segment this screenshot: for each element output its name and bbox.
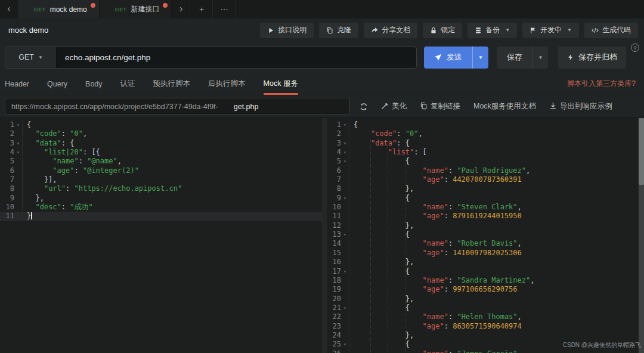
chevron-right-icon[interactable] <box>172 0 190 18</box>
fold-arrow-icon[interactable]: ▾ <box>341 230 349 239</box>
code-line: 5▾ { <box>327 157 644 166</box>
code-text: "age": 997106656290756 <box>349 285 644 294</box>
code-text: "name": "Helen Thomas", <box>349 312 644 321</box>
config-tab[interactable]: Body <box>85 73 103 95</box>
config-tab[interactable]: Mock 服务 <box>264 73 298 95</box>
fold-arrow-icon[interactable]: ▾ <box>341 340 349 349</box>
config-tab[interactable]: 预执行脚本 <box>153 73 191 95</box>
Mock服务使用文档-action[interactable]: Mock服务使用文档 <box>473 101 536 112</box>
code-line: 22 "name": "Helen Thomas", <box>327 312 644 321</box>
mock-actions: 美化复制链接Mock服务使用文档导出到响应示例 <box>381 101 612 112</box>
code-text: { <box>22 120 322 129</box>
config-tab[interactable]: 认证 <box>120 73 135 95</box>
add-tab-button[interactable]: + <box>190 0 213 18</box>
fold-gutter <box>341 276 349 285</box>
editors-region: 1▾{2 "code": "0",3▾ "data": {4▾ "list|20… <box>0 118 644 353</box>
line-number: 8 <box>0 184 14 193</box>
code-text: }, <box>349 258 644 267</box>
导出到响应示例-action[interactable]: 导出到响应示例 <box>549 101 612 112</box>
fold-arrow-icon[interactable]: ▾ <box>341 157 349 166</box>
fold-arrow-icon[interactable]: ▾ <box>14 148 22 157</box>
line-number: 14 <box>327 239 341 248</box>
request-tab[interactable]: GET新建接口 <box>100 0 172 18</box>
database-icon <box>475 27 482 34</box>
克隆-button[interactable]: 克隆 <box>319 23 358 38</box>
mock-response-editor[interactable]: 1▾{2 "code": "0",3▾ "data": {4▾ "list": … <box>327 118 644 353</box>
send-label: 发送 <box>447 52 462 63</box>
code-line: 9 }, <box>0 194 322 203</box>
save-archive-button[interactable]: 保存并归档 <box>558 47 626 69</box>
refresh-icon[interactable] <box>360 103 368 111</box>
fold-gutter <box>14 203 22 212</box>
code-text: }, <box>349 295 644 304</box>
chevron-left-icon[interactable] <box>0 0 18 18</box>
scrollbar-thumb[interactable] <box>639 118 644 185</box>
config-tab[interactable]: Header <box>5 73 29 95</box>
fold-arrow-icon[interactable]: ▾ <box>341 148 349 157</box>
code-line: 13▾ { <box>327 230 644 239</box>
save-button[interactable]: 保存 <box>497 47 532 69</box>
method-select[interactable]: GET ▼ <box>5 47 57 68</box>
url-input[interactable] <box>57 47 416 68</box>
code-text: }], <box>22 175 322 184</box>
code-line: 18 "name": "Sandra Martinez", <box>327 276 644 285</box>
config-tab[interactable]: 后执行脚本 <box>208 73 246 95</box>
接口说明-button[interactable]: 接口说明 <box>260 23 314 38</box>
fold-arrow-icon[interactable]: ▾ <box>341 139 349 148</box>
code-line: 26 "name": "James Garcia", <box>327 349 644 353</box>
line-number: 19 <box>327 285 341 294</box>
scrollbar-track[interactable] <box>639 118 644 353</box>
fold-gutter <box>341 331 349 340</box>
line-number: 10 <box>0 203 14 212</box>
fold-arrow-icon[interactable]: ▾ <box>14 139 22 148</box>
line-number: 11 <box>0 212 14 221</box>
config-tab[interactable]: Query <box>47 73 67 95</box>
help-icon[interactable]: ? <box>631 44 639 52</box>
tab-more-menu[interactable]: ⋯ <box>213 0 236 18</box>
备份-button[interactable]: 备份▼ <box>467 23 517 38</box>
line-number: 8 <box>327 184 341 193</box>
fold-arrow-icon[interactable]: ▾ <box>341 120 349 129</box>
code-text: "age": 8630571590640974 <box>349 322 644 331</box>
code-line: 4▾ "list": [ <box>327 148 644 157</box>
生成代码-button[interactable]: 生成代码 <box>584 23 638 38</box>
line-number: 4 <box>0 148 14 157</box>
fold-arrow-icon[interactable]: ▾ <box>341 194 349 203</box>
美化-action[interactable]: 美化 <box>381 101 407 112</box>
third-party-lib-link[interactable]: 脚本引入第三方类库? <box>567 79 636 89</box>
分享文档-button[interactable]: 分享文档 <box>364 23 417 38</box>
request-tab[interactable]: GETmock demo <box>18 0 100 18</box>
line-number: 6 <box>327 166 341 175</box>
mock-url-input[interactable]: https://mock.apipost.cn/app/mock/project… <box>5 98 350 115</box>
复制链接-action[interactable]: 复制链接 <box>420 101 460 112</box>
fold-gutter <box>341 285 349 294</box>
page-title: mock demo <box>8 26 48 35</box>
button-label: 克隆 <box>337 25 351 35</box>
line-number: 10 <box>327 203 341 212</box>
code-line: 7 }], <box>0 175 322 184</box>
锁定-button[interactable]: 锁定 <box>423 23 462 38</box>
开发中-button[interactable]: 开发中▼ <box>522 23 579 38</box>
fold-arrow-icon[interactable]: ▾ <box>341 267 349 276</box>
send-button[interactable]: 发送 <box>424 47 472 69</box>
fold-gutter <box>14 157 22 166</box>
send-dropdown-caret[interactable]: ▼ <box>472 47 488 69</box>
code-text: { <box>349 304 644 312</box>
mock-script-editor[interactable]: 1▾{2 "code": "0",3▾ "data": {4▾ "list|20… <box>0 118 322 353</box>
line-number: 20 <box>327 295 341 304</box>
title-actions: 接口说明克隆分享文档锁定备份▼开发中▼生成代码 <box>260 23 638 38</box>
fold-arrow-icon[interactable]: ▾ <box>341 304 349 312</box>
code-line: 4▾ "list|20": [{ <box>0 148 322 157</box>
code-text: "name": "Paul Rodriguez", <box>349 166 644 175</box>
code-text: "name": "James Garcia", <box>349 349 644 353</box>
config-tab-list: HeaderQueryBody认证预执行脚本后执行脚本Mock 服务 <box>5 73 316 95</box>
fold-gutter <box>341 349 349 353</box>
fold-arrow-icon[interactable]: ▾ <box>14 120 22 129</box>
code-line: 19 "age": 997106656290756 <box>327 285 644 294</box>
save-dropdown-caret[interactable]: ▼ <box>532 47 548 69</box>
wand-icon <box>381 102 389 112</box>
code-text: { <box>349 120 644 129</box>
save-button-group: 保存 ▼ <box>497 47 548 69</box>
copy-icon <box>326 27 333 34</box>
lock-icon <box>430 27 437 34</box>
